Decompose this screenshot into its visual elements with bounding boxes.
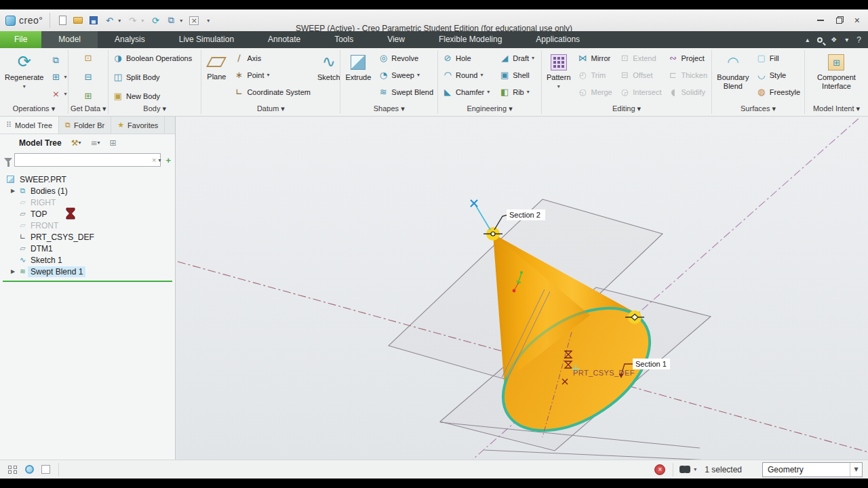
search-icon[interactable]	[817, 37, 823, 43]
pattern-button[interactable]: Pattern ▾	[544, 49, 573, 104]
tab-tools[interactable]: Tools	[317, 31, 370, 48]
group-label-datum[interactable]: Datum ▾	[203, 104, 338, 116]
regenerate-button[interactable]: ⟳ Regenerate ▾	[2, 49, 47, 104]
close-button[interactable]: ×	[854, 17, 860, 24]
section1-label[interactable]: Section 1	[633, 359, 670, 369]
shell-button[interactable]: ▣Shell	[497, 66, 539, 83]
tab-model-tree[interactable]: ⠿ Model Tree	[0, 117, 59, 134]
open-file-button[interactable]	[71, 14, 85, 27]
intersect-button[interactable]: ◶Intersect	[617, 83, 663, 100]
tree-search-icon[interactable]: ⊞	[110, 138, 117, 148]
blank-page-button[interactable]	[38, 463, 53, 476]
expand-arrow-icon[interactable]: ▶	[11, 188, 18, 194]
chamfer-button[interactable]: ◣Chamfer▾	[440, 83, 495, 100]
tree-display-icon[interactable]: ≡	[90, 138, 97, 148]
save-button[interactable]	[87, 14, 100, 27]
tab-view[interactable]: View	[370, 31, 422, 48]
tab-file[interactable]: File	[0, 31, 41, 48]
merge-button[interactable]: ◵Merge	[576, 83, 616, 100]
rib-button[interactable]: ◧Rib▾	[497, 83, 539, 100]
redo-button[interactable]: ↷	[125, 14, 139, 27]
selection-filter-combobox[interactable]: Geometry ▼	[762, 462, 863, 477]
extend-button[interactable]: ⊡Extend	[617, 49, 663, 66]
new-body-button[interactable]: ▣New Body	[111, 87, 199, 104]
minimize-button[interactable]	[817, 20, 824, 21]
add-filter-button[interactable]: +	[165, 155, 171, 165]
sketch-button[interactable]: ∿ Sketch	[315, 49, 343, 104]
point-button[interactable]: ∗Point▾	[231, 66, 313, 83]
boundary-blend-button[interactable]: ◠ Boundary Blend	[714, 49, 752, 104]
freestyle-button[interactable]: ◍Freestyle	[754, 83, 802, 100]
help-icon[interactable]: ?	[856, 35, 861, 45]
insert-indicator-line[interactable]	[3, 281, 172, 282]
trim-button[interactable]: ◴Trim	[576, 66, 616, 83]
toggle-tree-button[interactable]	[5, 463, 20, 476]
offset-button[interactable]: ⊟Offset	[617, 66, 663, 83]
extrude-button[interactable]: Extrude	[342, 49, 374, 104]
tab-live-simulation[interactable]: Live Simulation	[162, 31, 251, 48]
tab-flexible-modeling[interactable]: Flexible Modeling	[422, 31, 519, 48]
group-label-editing[interactable]: Editing ▾	[544, 104, 709, 116]
tree-item-bodies[interactable]: ▶ ⧉ Bodies (1)	[7, 185, 175, 197]
tree-item-right-plane[interactable]: ▱ RIGHT	[7, 197, 175, 208]
tree-item-swept-blend[interactable]: ▶ ≋ Swept Blend 1	[7, 266, 175, 277]
tree-filter-input[interactable]	[14, 153, 161, 167]
share-data-button[interactable]: ⊞	[81, 87, 96, 104]
resources-icon[interactable]: ❖	[831, 36, 837, 43]
tree-settings-icon[interactable]: ⚒	[71, 138, 79, 148]
swept-blend-button[interactable]: ≋Swept Blend	[376, 83, 435, 100]
section2-label[interactable]: Section 2	[507, 209, 545, 220]
tree-item-top-plane[interactable]: ▱ TOP	[7, 208, 175, 220]
round-button[interactable]: ◠Round▾	[440, 66, 495, 83]
expand-arrow-icon[interactable]: ▶	[11, 268, 18, 274]
csys-label[interactable]: PRT_CSYS_DEF	[573, 369, 635, 377]
import-button[interactable]: ⊡	[81, 49, 96, 66]
combobox-dropdown-icon[interactable]: ▼	[850, 463, 862, 476]
tree-item-front-plane[interactable]: ▱ FRONT	[7, 220, 175, 231]
tab-applications[interactable]: Applications	[519, 31, 597, 48]
new-file-button[interactable]	[56, 14, 69, 27]
search-tool-dropdown[interactable]: ▾	[694, 466, 699, 472]
browser-button[interactable]	[22, 463, 37, 476]
tree-item-dtm1[interactable]: ▱ DTM1	[7, 243, 175, 254]
hole-button[interactable]: ⊘Hole	[440, 49, 495, 66]
thicken-button[interactable]: ⊏Thicken	[666, 66, 710, 83]
axis-button[interactable]: ∕Axis	[231, 49, 313, 66]
tab-annotate[interactable]: Annotate	[251, 31, 317, 48]
tab-folder-browser[interactable]: ⧉ Folder Br	[59, 117, 111, 134]
sweep-button[interactable]: ◔Sweep▾	[376, 66, 435, 83]
undo-dropdown[interactable]: ▾	[118, 18, 123, 24]
group-label-body[interactable]: Body ▾	[111, 104, 199, 116]
style-button[interactable]: ◡Style	[754, 66, 802, 83]
tree-item-csys[interactable]: ∟ PRT_CSYS_DEF	[7, 231, 175, 243]
group-label-get-data[interactable]: Get Data ▾	[71, 104, 106, 116]
tab-analysis[interactable]: Analysis	[98, 31, 162, 48]
group-label-engineering[interactable]: Engineering ▾	[440, 104, 539, 116]
tab-model[interactable]: Model	[41, 31, 98, 48]
undo-button[interactable]: ↶	[102, 14, 116, 27]
group-label-operations[interactable]: Operations ▾	[2, 104, 66, 116]
window-dropdown[interactable]: ▾	[180, 18, 185, 24]
revolve-button[interactable]: ◎Revolve	[376, 49, 435, 66]
boolean-operations-button[interactable]: ◑Boolean Operations	[111, 49, 199, 66]
redo-dropdown[interactable]: ▾	[141, 18, 146, 24]
group-label-model-intent[interactable]: Model Intent ▾	[807, 104, 866, 116]
clear-filter-icon[interactable]: ×	[152, 156, 156, 164]
search-tool-button[interactable]	[677, 463, 692, 476]
tree-item-part[interactable]: SWEEP.PRT	[0, 174, 175, 185]
restore-button[interactable]	[836, 18, 842, 24]
group-label-surfaces[interactable]: Surfaces ▾	[714, 104, 802, 116]
component-interface-button[interactable]: ⊞ Component Interface	[807, 49, 866, 104]
tab-favorites[interactable]: ★ Favorites	[111, 117, 165, 134]
plane-button[interactable]: Plane	[203, 49, 229, 104]
tree-item-sketch1[interactable]: ∿ Sketch 1	[7, 254, 175, 266]
filter-dropdown[interactable]: ▾	[158, 157, 163, 163]
stop-process-button[interactable]: ×	[652, 463, 667, 476]
mirror-button[interactable]: ⋈Mirror	[576, 49, 616, 66]
close-window-button[interactable]: ×	[187, 14, 201, 27]
split-body-button[interactable]: ◫Split Body	[111, 68, 199, 85]
draft-button[interactable]: ◢Draft▾	[497, 49, 539, 66]
resources-dropdown[interactable]: ▾	[845, 36, 848, 43]
collapse-ribbon-icon[interactable]: ▴	[806, 36, 809, 43]
qat-customize-dropdown[interactable]: ▾	[207, 18, 212, 24]
